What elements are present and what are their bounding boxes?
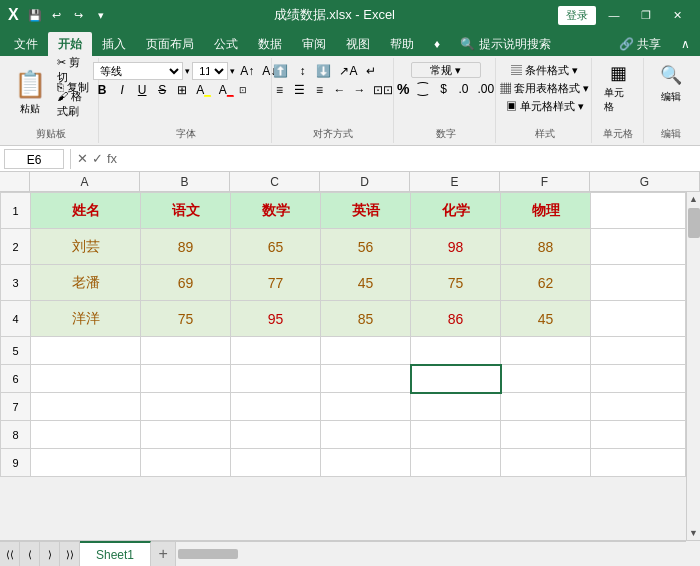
cell-G6[interactable]: [591, 365, 686, 393]
cell-B4[interactable]: 75: [141, 301, 231, 337]
cell-D5[interactable]: [321, 337, 411, 365]
cell-F9[interactable]: [501, 449, 591, 477]
cell-G7[interactable]: [591, 393, 686, 421]
fx-icon[interactable]: fx: [107, 151, 117, 166]
close-button[interactable]: ✕: [664, 5, 692, 25]
font-size-select[interactable]: 11: [192, 62, 228, 80]
row-num-9[interactable]: 9: [1, 449, 31, 477]
col-header-A[interactable]: A: [30, 172, 140, 191]
underline-button[interactable]: U: [133, 81, 151, 99]
cell-C6[interactable]: [231, 365, 321, 393]
conditional-format-button[interactable]: ▤ 条件格式 ▾: [497, 62, 592, 78]
save-quickbtn[interactable]: 💾: [25, 5, 45, 25]
tab-formula[interactable]: 公式: [204, 32, 248, 56]
cell-D8[interactable]: [321, 421, 411, 449]
cell-C7[interactable]: [231, 393, 321, 421]
table-format-button[interactable]: ▦ 套用表格格式 ▾: [497, 80, 592, 96]
number-format-select[interactable]: 常规 ▾: [411, 62, 481, 78]
cell-C2[interactable]: 65: [231, 229, 321, 265]
collapse-ribbon-button[interactable]: ∧: [671, 32, 700, 56]
scroll-down-button[interactable]: ▼: [687, 526, 700, 540]
cell-F2[interactable]: 88: [501, 229, 591, 265]
cell-E7[interactable]: [411, 393, 501, 421]
row-num-4[interactable]: 4: [1, 301, 31, 337]
col-header-E[interactable]: E: [410, 172, 500, 191]
tab-diamond[interactable]: ♦: [424, 32, 450, 56]
tab-insert[interactable]: 插入: [92, 32, 136, 56]
cell-B5[interactable]: [141, 337, 231, 365]
cell-B2[interactable]: 89: [141, 229, 231, 265]
tab-view[interactable]: 视图: [336, 32, 380, 56]
row-num-8[interactable]: 8: [1, 421, 31, 449]
cell-E6[interactable]: [411, 365, 501, 393]
editing-button[interactable]: 🔍: [655, 62, 687, 88]
col-header-C[interactable]: C: [230, 172, 320, 191]
cell-D2[interactable]: 56: [321, 229, 411, 265]
bold-button[interactable]: B: [93, 81, 111, 99]
cell-style-button[interactable]: ▣ 单元格样式 ▾: [497, 98, 592, 114]
row-num-5[interactable]: 5: [1, 337, 31, 365]
font-settings-icon[interactable]: ⊡: [239, 85, 247, 95]
row-num-2[interactable]: 2: [1, 229, 31, 265]
cell-C9[interactable]: [231, 449, 321, 477]
percent-button[interactable]: %: [394, 80, 412, 98]
cell-C1[interactable]: 数学: [231, 193, 321, 229]
align-middle-button[interactable]: ↕️: [293, 62, 311, 80]
cell-reference-box[interactable]: E6: [4, 149, 64, 169]
sheet-nav-right[interactable]: ⟩: [40, 541, 60, 566]
fill-color-button[interactable]: A_: [193, 81, 214, 99]
cell-F6[interactable]: [501, 365, 591, 393]
sheet-nav-right-right[interactable]: ⟩⟩: [60, 541, 80, 566]
currency-button[interactable]: $: [434, 80, 452, 98]
font-color-button[interactable]: A_: [216, 81, 237, 99]
cell-A9[interactable]: [31, 449, 141, 477]
scroll-thumb-vertical[interactable]: [688, 208, 700, 238]
cell-E4[interactable]: 86: [411, 301, 501, 337]
cell-G2[interactable]: [591, 229, 686, 265]
cell-B6[interactable]: [141, 365, 231, 393]
cell-G8[interactable]: [591, 421, 686, 449]
cell-D4[interactable]: 85: [321, 301, 411, 337]
cell-A1[interactable]: 姓名: [31, 193, 141, 229]
cell-E9[interactable]: [411, 449, 501, 477]
increase-font-button[interactable]: A↑: [237, 62, 257, 80]
increase-decimal-button[interactable]: .0: [454, 80, 472, 98]
row-num-3[interactable]: 3: [1, 265, 31, 301]
vertical-scrollbar[interactable]: ▲ ▼: [686, 192, 700, 540]
border-button[interactable]: ⊞: [173, 81, 191, 99]
minimize-button[interactable]: —: [600, 5, 628, 25]
col-header-G[interactable]: G: [590, 172, 700, 191]
col-header-B[interactable]: B: [140, 172, 230, 191]
tab-page-layout[interactable]: 页面布局: [136, 32, 204, 56]
cell-E1[interactable]: 化学: [411, 193, 501, 229]
align-right-button[interactable]: ≡: [310, 81, 328, 99]
merge-button[interactable]: ⊡⊡: [370, 81, 396, 99]
cell-A6[interactable]: [31, 365, 141, 393]
cell-E5[interactable]: [411, 337, 501, 365]
cell-A3[interactable]: 老潘: [31, 265, 141, 301]
cell-C4[interactable]: 95: [231, 301, 321, 337]
cell-G3[interactable]: [591, 265, 686, 301]
restore-button[interactable]: ❐: [632, 5, 660, 25]
horizontal-scrollbar[interactable]: [175, 541, 686, 566]
strikethrough-button[interactable]: S: [153, 81, 171, 99]
cell-A8[interactable]: [31, 421, 141, 449]
italic-button[interactable]: I: [113, 81, 131, 99]
formula-cancel-icon[interactable]: ✕: [77, 151, 88, 166]
row-num-1[interactable]: 1: [1, 193, 31, 229]
scroll-up-button[interactable]: ▲: [687, 192, 700, 206]
add-sheet-button[interactable]: +: [151, 541, 175, 566]
cell-F5[interactable]: [501, 337, 591, 365]
tab-data[interactable]: 数据: [248, 32, 292, 56]
cell-F3[interactable]: 62: [501, 265, 591, 301]
tab-file[interactable]: 文件: [4, 32, 48, 56]
wrap-text-button[interactable]: ↵: [362, 62, 380, 80]
share-button[interactable]: 🔗 共享: [609, 32, 671, 56]
comma-button[interactable]: ⁐: [414, 80, 432, 98]
cell-F8[interactable]: [501, 421, 591, 449]
tab-home[interactable]: 开始: [48, 32, 92, 56]
cells-button[interactable]: ▦ 单元格: [600, 62, 637, 114]
tab-help[interactable]: 帮助: [380, 32, 424, 56]
cell-G9[interactable]: [591, 449, 686, 477]
row-num-6[interactable]: 6: [1, 365, 31, 393]
